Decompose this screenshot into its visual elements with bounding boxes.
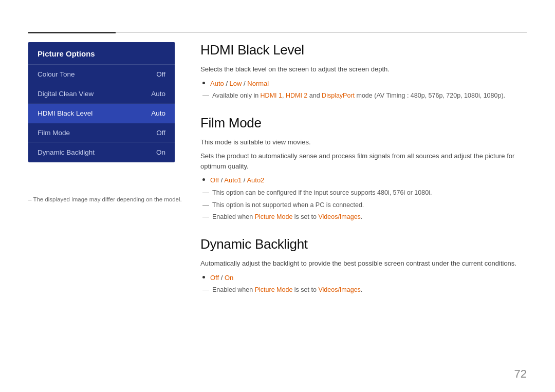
- sidebar-label-digital-clean-view: Digital Clean View: [38, 90, 94, 98]
- hdmi-options-text: Auto / Low / Normal: [210, 79, 269, 89]
- sidebar-item-hdmi-black-level[interactable]: HDMI Black Level Auto: [28, 104, 175, 123]
- film-option-off: Off: [210, 176, 219, 184]
- section-film-mode: Film Mode This mode is suitable to view …: [200, 115, 527, 222]
- dynamic-desc: Automatically adjust the backlight to pr…: [200, 258, 527, 269]
- film-section-title: Film Mode: [200, 115, 527, 131]
- hdmi-note-hdmi2: HDMI 2: [286, 92, 307, 99]
- bullet-dot-dynamic-icon: [202, 276, 205, 278]
- note-dash-film3-icon: ―: [202, 213, 209, 220]
- sidebar-note: – The displayed image may differ dependi…: [28, 196, 182, 202]
- film-videos-images-link: Videos/Images: [318, 213, 360, 220]
- note-dash-dynamic-icon: ―: [202, 286, 209, 293]
- note-dash-film1-icon: ―: [202, 189, 209, 196]
- hdmi-options-bullet: Auto / Low / Normal: [200, 79, 527, 89]
- film-desc2: Sets the product to automatically sense …: [200, 151, 527, 171]
- film-note3-text: Enabled when Picture Mode is set to Vide…: [212, 212, 362, 222]
- dynamic-options-bullet: Off / On: [200, 273, 527, 283]
- sidebar-label-colour-tone: Colour Tone: [38, 70, 75, 78]
- bullet-dot-film-icon: [202, 178, 205, 181]
- film-picture-mode-link: Picture Mode: [255, 213, 293, 220]
- film-note2-text: This option is not supported when a PC i…: [212, 200, 364, 210]
- sidebar-item-digital-clean-view[interactable]: Digital Clean View Auto: [28, 84, 175, 104]
- bullet-dot-icon: [202, 82, 205, 84]
- dynamic-videos-images-link: Videos/Images: [318, 286, 360, 293]
- sidebar-value-hdmi-black-level: Auto: [151, 109, 165, 117]
- hdmi-option-auto: Auto: [210, 80, 224, 87]
- sidebar-title: Picture Options: [28, 42, 175, 65]
- hdmi-note-text: Available only in HDMI 1, HDMI 2 and Dis…: [212, 91, 505, 101]
- film-options-bullet: Off / Auto1 / Auto2: [200, 175, 527, 185]
- hdmi-note-line: ― Available only in HDMI 1, HDMI 2 and D…: [200, 91, 527, 101]
- dynamic-picture-mode-link: Picture Mode: [255, 286, 293, 293]
- sidebar-label-film-mode: Film Mode: [38, 129, 70, 137]
- hdmi-note-hdmi1: HDMI 1: [261, 92, 282, 99]
- top-bar: [28, 32, 527, 33]
- sidebar-item-film-mode[interactable]: Film Mode Off: [28, 123, 175, 143]
- dynamic-options-text: Off / On: [210, 273, 233, 283]
- film-note1-line: ― This option can be configured if the i…: [200, 188, 527, 198]
- dynamic-section-title: Dynamic Backlight: [200, 236, 527, 252]
- sidebar-value-dynamic-backlight: On: [156, 148, 165, 156]
- section-dynamic-backlight: Dynamic Backlight Automatically adjust t…: [200, 236, 527, 295]
- hdmi-section-title: HDMI Black Level: [200, 42, 527, 58]
- note-dash-film2-icon: ―: [202, 201, 209, 209]
- dynamic-note1-line: ― Enabled when Picture Mode is set to Vi…: [200, 285, 527, 295]
- sidebar-value-digital-clean-view: Auto: [151, 90, 165, 98]
- hdmi-sep1: /: [226, 80, 229, 87]
- dynamic-sep: /: [221, 274, 225, 282]
- film-option-auto1: Auto1: [224, 176, 242, 184]
- hdmi-section-desc: Selects the black level on the screen to…: [200, 64, 527, 74]
- sidebar: Picture Options Colour Tone Off Digital …: [28, 42, 175, 162]
- sidebar-value-colour-tone: Off: [156, 70, 165, 78]
- page-number: 72: [514, 367, 527, 381]
- top-bar-light: [116, 32, 527, 33]
- hdmi-option-low: Low: [230, 80, 242, 87]
- hdmi-note-dp: DisplayPort: [322, 92, 355, 99]
- film-note1-text: This option can be configured if the inp…: [212, 188, 432, 198]
- dynamic-option-off: Off: [210, 274, 219, 282]
- section-hdmi-black-level: HDMI Black Level Selects the black level…: [200, 42, 527, 101]
- film-desc1: This mode is suitable to view movies.: [200, 137, 527, 147]
- note-dash-icon: ―: [202, 91, 209, 99]
- sidebar-label-hdmi-black-level: HDMI Black Level: [38, 109, 92, 117]
- film-option-auto2: Auto2: [247, 176, 264, 184]
- sidebar-item-colour-tone[interactable]: Colour Tone Off: [28, 65, 175, 84]
- main-content: HDMI Black Level Selects the black level…: [200, 42, 527, 364]
- sidebar-item-dynamic-backlight[interactable]: Dynamic Backlight On: [28, 143, 175, 162]
- sidebar-value-film-mode: Off: [156, 129, 165, 137]
- dynamic-option-on: On: [225, 274, 233, 282]
- film-options-text: Off / Auto1 / Auto2: [210, 175, 264, 185]
- top-bar-dark: [28, 32, 116, 33]
- hdmi-option-normal: Normal: [247, 80, 269, 87]
- sidebar-label-dynamic-backlight: Dynamic Backlight: [38, 148, 95, 156]
- film-note3-line: ― Enabled when Picture Mode is set to Vi…: [200, 212, 527, 222]
- dynamic-note1-text: Enabled when Picture Mode is set to Vide…: [212, 285, 362, 295]
- film-note2-line: ― This option is not supported when a PC…: [200, 200, 527, 210]
